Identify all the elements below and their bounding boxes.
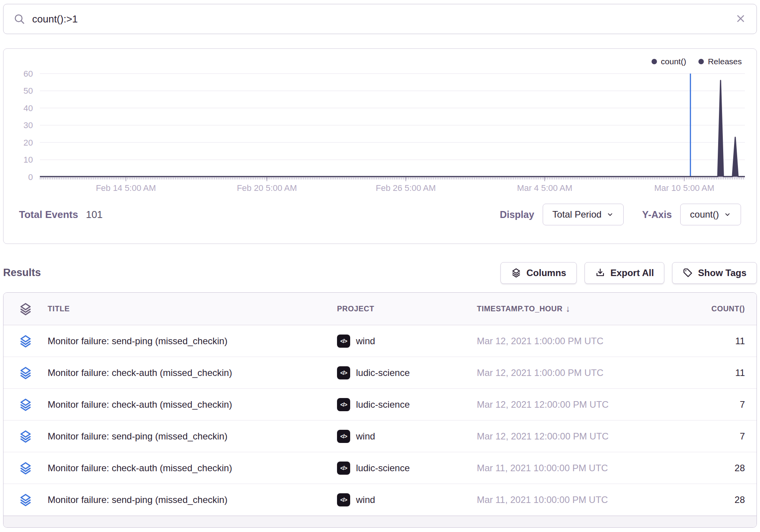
legend-label: Releases	[708, 57, 742, 66]
row-timestamp: Mar 12, 2021 12:00:00 PM UTC	[477, 431, 671, 442]
column-header-timestamp[interactable]: TIMESTAMP.TO_HOUR ↓	[477, 304, 671, 314]
column-header-count[interactable]: COUNT()	[671, 304, 745, 313]
row-count: 11	[671, 336, 745, 347]
count-series	[40, 81, 745, 177]
code-badge-icon: </>	[337, 398, 350, 411]
row-timestamp: Mar 12, 2021 1:00:00 PM UTC	[477, 367, 671, 378]
total-events: Total Events 101	[19, 209, 103, 221]
search-icon	[14, 13, 25, 25]
column-header-title[interactable]: TITLE	[48, 304, 337, 313]
stack-icon	[19, 493, 33, 507]
header-icon-cell	[3, 302, 48, 316]
y-tick-label: 60	[23, 69, 33, 79]
y-tick-label: 0	[28, 172, 33, 182]
row-timestamp: Mar 12, 2021 1:00:00 PM UTC	[477, 336, 671, 347]
row-title[interactable]: Monitor failure: check-auth (missed_chec…	[48, 463, 337, 474]
table-row: Monitor failure: check-auth (missed_chec…	[3, 357, 757, 389]
row-project-name: wind	[356, 494, 375, 505]
stack-icon	[19, 461, 33, 475]
y-tick-label: 10	[23, 155, 33, 165]
stack-icon	[19, 302, 33, 316]
row-timestamp: Mar 12, 2021 12:00:00 PM UTC	[477, 399, 671, 410]
row-title[interactable]: Monitor failure: check-auth (missed_chec…	[48, 367, 337, 378]
stack-icon	[19, 397, 33, 412]
sort-desc-icon: ↓	[566, 304, 570, 314]
chart-footer: Total Events 101 Display Total Period Y-…	[3, 195, 757, 225]
show-tags-button[interactable]: Show Tags	[672, 262, 757, 284]
row-project: </> wind	[337, 430, 477, 443]
export-all-button[interactable]: Export All	[585, 262, 664, 284]
stack-icon	[19, 366, 33, 380]
export-all-button-label: Export All	[610, 268, 654, 278]
column-header-timestamp-label: TIMESTAMP.TO_HOUR	[477, 304, 562, 313]
y-axis-dropdown[interactable]: count()	[680, 204, 741, 225]
y-tick-label: 40	[23, 103, 33, 113]
row-count: 7	[671, 431, 745, 442]
code-badge-icon: </>	[337, 430, 350, 443]
legend-label: count()	[661, 57, 686, 66]
y-axis-dropdown-value: count()	[690, 209, 719, 220]
table-header-row: TITLE PROJECT TIMESTAMP.TO_HOUR ↓ COUNT(…	[3, 293, 757, 325]
code-badge-icon: </>	[337, 366, 350, 379]
clear-search-button[interactable]	[734, 12, 747, 26]
columns-button-label: Columns	[526, 268, 566, 278]
chart-legend: count() Releases	[3, 49, 757, 67]
row-count: 11	[671, 367, 745, 378]
y-axis-label: Y-Axis	[642, 209, 672, 220]
table-row: Monitor failure: send-ping (missed_check…	[3, 420, 757, 452]
row-count: 28	[671, 463, 745, 474]
table-row: Monitor failure: check-auth (missed_chec…	[3, 452, 757, 484]
stack-icon	[19, 334, 33, 348]
display-dropdown-value: Total Period	[552, 209, 602, 220]
chart-controls: Display Total Period Y-Axis count()	[500, 204, 741, 225]
legend-item-count[interactable]: count()	[652, 57, 686, 66]
x-tick-label: Mar 4 5:00 AM	[517, 183, 573, 193]
row-project: </> ludic-science	[337, 398, 477, 411]
total-events-label: Total Events	[19, 209, 78, 221]
search-input[interactable]	[32, 13, 734, 25]
row-icon-cell	[3, 461, 48, 475]
row-project-name: wind	[356, 431, 375, 442]
row-title[interactable]: Monitor failure: send-ping (missed_check…	[48, 494, 337, 505]
count-legend-dot-icon	[652, 59, 657, 64]
code-badge-icon: </>	[337, 493, 350, 506]
show-tags-button-label: Show Tags	[698, 268, 746, 278]
x-tick-label: Feb 26 5:00 AM	[376, 183, 436, 193]
y-tick-label: 30	[23, 120, 33, 130]
row-icon-cell	[3, 334, 48, 348]
row-count: 28	[671, 494, 745, 505]
results-table-body: Monitor failure: send-ping (missed_check…	[3, 325, 757, 516]
row-project: </> wind	[337, 493, 477, 506]
legend-item-releases[interactable]: Releases	[698, 57, 742, 66]
total-events-value: 101	[86, 209, 103, 221]
download-icon	[595, 268, 605, 278]
tag-icon	[683, 268, 693, 278]
releases-legend-dot-icon	[698, 59, 704, 64]
code-badge-icon: </>	[337, 462, 350, 475]
row-title[interactable]: Monitor failure: check-auth (missed_chec…	[48, 399, 337, 410]
row-project: </> ludic-science	[337, 462, 477, 475]
chevron-down-icon	[724, 211, 731, 218]
events-chart: 0102030405060Feb 14 5:00 AMFeb 20 5:00 A…	[3, 67, 757, 195]
columns-button[interactable]: Columns	[500, 262, 577, 284]
row-project-name: ludic-science	[356, 367, 410, 378]
row-timestamp: Mar 11, 2021 10:00:00 PM UTC	[477, 463, 671, 474]
row-title[interactable]: Monitor failure: send-ping (missed_check…	[48, 336, 337, 347]
row-title[interactable]: Monitor failure: send-ping (missed_check…	[48, 431, 337, 442]
stack-icon	[19, 429, 33, 444]
table-row: Monitor failure: send-ping (missed_check…	[3, 325, 757, 357]
results-bar: Results Columns Export All	[3, 262, 757, 284]
search-bar	[3, 4, 757, 34]
display-dropdown[interactable]: Total Period	[543, 204, 624, 225]
results-actions: Columns Export All Show Tags	[500, 262, 757, 284]
row-project-name: ludic-science	[356, 399, 410, 410]
display-label: Display	[500, 209, 534, 220]
results-table: TITLE PROJECT TIMESTAMP.TO_HOUR ↓ COUNT(…	[3, 292, 757, 528]
row-project-name: ludic-science	[356, 463, 410, 474]
table-row: Monitor failure: send-ping (missed_check…	[3, 484, 757, 516]
row-project: </> wind	[337, 335, 477, 348]
y-tick-label: 50	[23, 86, 33, 96]
code-badge-icon: </>	[337, 335, 350, 348]
table-row: Monitor failure: check-auth (missed_chec…	[3, 389, 757, 420]
column-header-project[interactable]: PROJECT	[337, 304, 477, 313]
